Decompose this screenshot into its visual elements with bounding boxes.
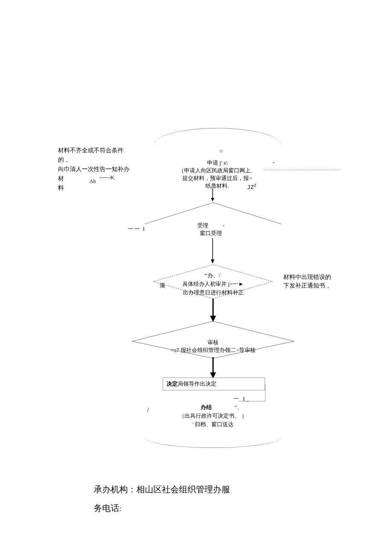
decide-bold: 决定 [167, 381, 178, 387]
footer-line1: 承办机构：相山区社会组织管理办服 [94, 480, 230, 499]
dash-i-label: 一 I_ [233, 395, 250, 403]
jz-label: JZZ [247, 183, 256, 190]
page: 材料不齐全或不符合条件的， 向巾清人一次性告一知补办材 料 Ab 申请 j' x… [0, 0, 392, 555]
right-correction-note: 材料中出现错误的 下发补正通知书， [283, 273, 356, 290]
accept-node: 受理 - 窗口受理 [175, 222, 247, 237]
footer-colon: : [119, 505, 121, 512]
dash-right [264, 170, 341, 170]
audit-sub: <≤7 报社会组织管理办领二>导审核 [136, 346, 290, 354]
left-rejection-note: 材料不齐全或不符合条件的， 向巾清人一次性告一知补办材 料 [58, 146, 130, 193]
ti-label: 撮 [160, 282, 165, 289]
apply-title: 申请 j' x\ [149, 159, 285, 167]
right-note-line1: 材料中出现错误的 [283, 273, 356, 282]
left-note-line3: 料 [58, 183, 130, 193]
left-note-line1: 材料不齐全或不符合条件的， [58, 146, 130, 165]
arrow-down-icon [209, 357, 217, 378]
footer-org-value: 相山区社会组织管理办服 [136, 485, 230, 494]
apply-line2: （申请人向区民政局窗口网上、 [149, 167, 285, 174]
accept-sub: 窗口受理 [200, 230, 222, 236]
end-node: 办结 "、 （出具行政许可决定书、 ） ' 归档、窗口送达 [136, 403, 290, 429]
footer-org-label: 承办机构： [94, 485, 136, 494]
process-line2: 具体经办人初审并 j>一► [158, 280, 268, 288]
decide-rest: 局领导作出决定 [178, 381, 216, 387]
end-line2: （出具行政许可决定书、 ） [179, 413, 247, 419]
arrow-down-icon [210, 238, 215, 264]
accept-tick: - [222, 222, 224, 229]
accept-title: 受理 [197, 222, 208, 229]
bottom-arc [145, 427, 281, 448]
process-node: '"办、\` 具体经办人初审并 j>一► 出办理意日进行材料补正 [158, 271, 268, 297]
end-quote: "、 [234, 404, 242, 410]
end-title: 办结 [201, 404, 212, 410]
decide-line [265, 384, 265, 401]
process-line3: 出办理意日进行材料补正 [158, 288, 268, 297]
apply-line4: 纸质材料. [149, 182, 285, 190]
k-connector-label: ------K [99, 174, 114, 181]
decide-node: 决定局领导作出决定 [163, 378, 265, 390]
audit-title: 审核 [136, 339, 290, 346]
dash-a-label: 一一 I [128, 225, 146, 233]
ab-label: Ab [89, 178, 96, 185]
arrow-down-icon [210, 189, 215, 201]
process-title: '"办、\` [158, 271, 268, 280]
audit-node: 审核 <≤7 报社会组织管理办领二>导审核 [136, 339, 290, 354]
apply-line3: 提交材料，预审通过后，报> [149, 174, 285, 182]
apply-node: 申请 j' x\ （申请人向区民政局窗口网上、 提交材料，预审通过后，报> 纸质… [149, 147, 285, 190]
right-note-line2: 下发补正通知书， [283, 282, 356, 290]
footer-line2: 务电话: [94, 499, 230, 518]
footer-phone-label: 务电话 [94, 503, 119, 513]
tick-right: - [273, 159, 274, 166]
footer-info: 承办机构：相山区社会组织管理办服 务电话: [94, 480, 230, 518]
